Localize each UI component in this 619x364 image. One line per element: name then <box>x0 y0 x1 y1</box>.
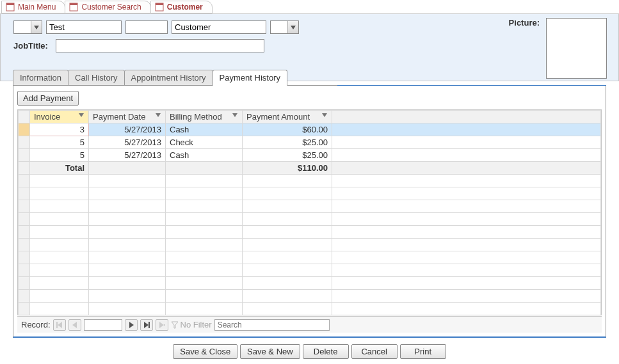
record-number-input[interactable] <box>84 319 122 331</box>
form-icon <box>6 3 15 12</box>
tab-label: Payment History <box>220 73 280 83</box>
middle-name-input[interactable] <box>125 20 168 34</box>
button-label: Save & New <box>247 347 293 356</box>
nav-next-icon[interactable] <box>125 319 138 331</box>
svg-marker-6 <box>34 26 39 29</box>
funnel-icon <box>171 321 179 329</box>
last-name-input[interactable] <box>172 20 266 34</box>
grid-row[interactable]: 5 5/27/2013 Cash $25.00 <box>19 149 601 162</box>
cancel-button[interactable]: Cancel <box>351 344 398 359</box>
button-label: Save & Close <box>180 347 230 356</box>
save-close-button[interactable]: Save & Close <box>173 344 237 359</box>
record-search-input[interactable] <box>214 319 330 331</box>
cell-invoice[interactable]: 5 <box>30 136 89 149</box>
cell-date[interactable]: 5/27/2013 <box>89 136 166 149</box>
tab-body: Add Payment Invoice <box>13 85 606 338</box>
title-input[interactable] <box>14 21 31 33</box>
suffix-combo[interactable] <box>270 20 299 34</box>
svg-rect-19 <box>164 324 165 326</box>
delete-button[interactable]: Delete <box>303 344 349 359</box>
col-header-payment-amount[interactable]: Payment Amount <box>243 111 332 123</box>
window-tab-customer-search[interactable]: Customer Search <box>65 1 150 13</box>
save-new-button[interactable]: Save & New <box>240 344 300 359</box>
cell-method[interactable]: Check <box>166 136 243 149</box>
svg-marker-18 <box>159 322 164 328</box>
svg-marker-12 <box>58 322 62 328</box>
tab-payment-history[interactable]: Payment History <box>213 70 287 86</box>
tab-call-history[interactable]: Call History <box>68 70 124 86</box>
window-tab-label: Customer Search <box>81 3 141 12</box>
chevron-down-icon[interactable] <box>287 21 298 33</box>
chevron-down-icon[interactable] <box>156 113 163 121</box>
window-tab-main-menu[interactable]: Main Menu <box>1 1 65 13</box>
nav-new-icon[interactable] <box>156 319 168 331</box>
svg-marker-20 <box>172 322 178 328</box>
row-selector <box>19 162 30 175</box>
cell-method[interactable]: Cash <box>166 149 243 162</box>
cell-blank <box>332 123 601 136</box>
svg-rect-1 <box>6 3 14 5</box>
footer-buttons: Save & Close Save & New Delete Cancel Pr… <box>0 338 619 359</box>
tab-information[interactable]: Information <box>13 70 68 86</box>
payment-grid: Invoice Payment Date Billing Method <box>17 109 602 315</box>
nav-first-icon[interactable] <box>53 319 66 331</box>
cell-blank <box>89 162 166 175</box>
svg-rect-3 <box>70 3 77 5</box>
add-payment-button[interactable]: Add Payment <box>17 91 79 106</box>
window-tab-customer[interactable]: Customer <box>150 1 213 13</box>
grid-corner[interactable] <box>19 111 30 123</box>
cell-date[interactable]: 5/27/2013 <box>89 123 166 136</box>
cell-amount[interactable]: $25.00 <box>243 136 332 149</box>
jobtitle-label: JobTitle: <box>13 41 48 51</box>
filter-indicator[interactable]: No Filter <box>171 320 212 329</box>
svg-marker-7 <box>291 26 296 29</box>
row-selector[interactable] <box>19 149 30 162</box>
col-header-label: Billing Method <box>170 112 222 122</box>
nav-prev-icon[interactable] <box>68 319 81 331</box>
nav-last-icon[interactable] <box>140 319 153 331</box>
row-selector[interactable] <box>19 123 30 136</box>
svg-marker-15 <box>129 322 134 328</box>
tab-label: Appointment History <box>131 73 206 83</box>
record-label: Record: <box>21 320 51 329</box>
cell-amount[interactable]: $60.00 <box>243 123 332 136</box>
col-header-payment-date[interactable]: Payment Date <box>89 111 166 123</box>
col-header-billing-method[interactable]: Billing Method <box>166 111 243 123</box>
cell-blank <box>332 136 601 149</box>
record-navigator: Record: No Filter <box>17 316 602 333</box>
title-combo[interactable] <box>13 20 42 34</box>
col-header-invoice[interactable]: Invoice <box>30 111 89 123</box>
svg-marker-8 <box>79 113 84 117</box>
chevron-down-icon[interactable] <box>232 113 240 121</box>
chevron-down-icon[interactable] <box>322 113 330 121</box>
jobtitle-input[interactable] <box>56 39 264 52</box>
grid-total-row: Total $110.00 <box>19 162 601 175</box>
tab-appointment-history[interactable]: Appointment History <box>124 70 213 86</box>
grid-row[interactable]: 5 5/27/2013 Check $25.00 <box>19 136 601 149</box>
cell-method[interactable]: Cash <box>166 123 243 136</box>
cell-blank <box>166 162 243 175</box>
print-button[interactable]: Print <box>400 344 446 359</box>
cell-date[interactable]: 5/27/2013 <box>89 149 166 162</box>
cell-invoice[interactable]: 5 <box>30 149 89 162</box>
total-amount: $110.00 <box>243 162 332 175</box>
row-selector[interactable] <box>19 136 30 149</box>
chevron-down-icon[interactable] <box>79 113 86 121</box>
form-icon <box>155 3 164 12</box>
cell-invoice[interactable]: 3 <box>30 123 89 136</box>
first-name-input[interactable] <box>46 20 122 34</box>
col-header-label: Payment Amount <box>246 112 310 122</box>
window-tab-label: Main Menu <box>18 3 56 12</box>
chevron-down-icon[interactable] <box>31 21 42 33</box>
cell-blank <box>332 162 601 175</box>
grid-row[interactable]: 3 5/27/2013 Cash $60.00 <box>19 123 601 136</box>
svg-rect-17 <box>149 322 150 328</box>
window-tab-bar: Main Menu Customer Search Customer <box>0 0 619 14</box>
tab-label: Information <box>20 73 61 83</box>
svg-marker-14 <box>72 322 77 328</box>
col-header-label: Payment Date <box>93 112 145 122</box>
suffix-input[interactable] <box>271 21 287 33</box>
cell-amount[interactable]: $25.00 <box>243 149 332 162</box>
tab-label: Call History <box>75 73 117 83</box>
svg-rect-5 <box>156 3 163 5</box>
